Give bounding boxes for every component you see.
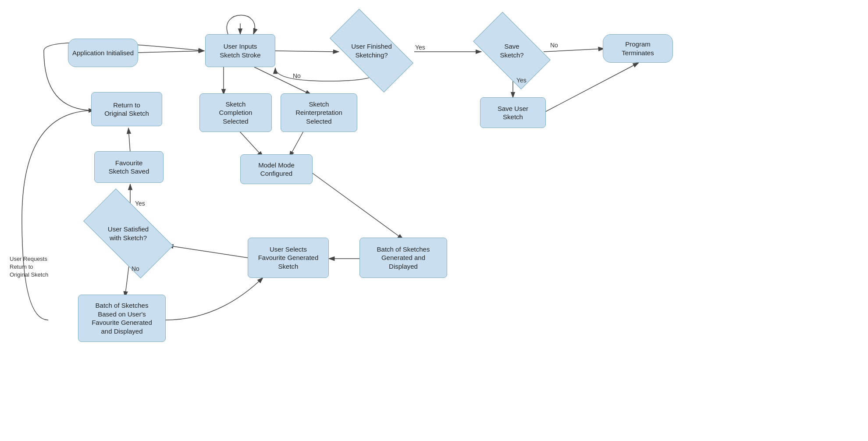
- svg-line-3: [275, 51, 339, 52]
- svg-line-12: [311, 172, 403, 239]
- user-requests-label: User RequestsReturn toOriginal Sketch: [10, 255, 48, 279]
- yes-satisfied-label: Yes: [135, 200, 145, 207]
- user-finished-label: User FinishedSketching?: [349, 40, 394, 61]
- svg-line-5: [544, 49, 604, 52]
- yes-finished-label: Yes: [415, 44, 425, 51]
- save-sketch-label: SaveSketch?: [498, 40, 526, 61]
- svg-line-11: [289, 131, 304, 157]
- app-initialised-node: Application Initialised: [68, 39, 138, 67]
- program-terminates-node: ProgramTerminates: [603, 34, 673, 63]
- model-mode-label: Model ModeConfigured: [258, 161, 295, 178]
- return-original-label: Return toOriginal Sketch: [104, 101, 149, 118]
- sketch-completion-label: SketchCompletionSelected: [219, 100, 253, 126]
- model-mode-node: Model ModeConfigured: [240, 154, 313, 184]
- save-user-sketch-label: Save UserSketch: [498, 104, 528, 121]
- fav-sketch-saved-label: FavouriteSketch Saved: [109, 159, 149, 176]
- svg-line-7: [544, 63, 639, 113]
- sketch-completion-node: SketchCompletionSelected: [199, 93, 272, 132]
- svg-line-14: [167, 245, 253, 259]
- user-selects-fav-label: User SelectsFavourite GeneratedSketch: [258, 245, 319, 271]
- svg-line-16: [128, 128, 130, 153]
- batch-generated-node: Batch of SketchesGenerated andDisplayed: [359, 238, 447, 278]
- return-original-node: Return toOriginal Sketch: [91, 92, 162, 126]
- sketch-reinterp-node: SketchReinterpretationSelected: [281, 93, 357, 132]
- save-sketch-node: SaveSketch?: [478, 30, 546, 71]
- svg-line-10: [239, 131, 263, 157]
- save-user-sketch-node: Save UserSketch: [480, 97, 546, 128]
- no-satisfied-label: No: [132, 265, 139, 272]
- user-finished-node: User FinishedSketching?: [333, 30, 410, 71]
- batch-based-label: Batch of SketchesBased on User'sFavourit…: [92, 301, 152, 335]
- yes-save-label: Yes: [516, 77, 526, 84]
- batch-generated-label: Batch of SketchesGenerated andDisplayed: [377, 245, 430, 271]
- flowchart-diagram: Application Initialised User InputsSketc…: [0, 0, 868, 441]
- sketch-reinterp-label: SketchReinterpretationSelected: [295, 100, 342, 126]
- svg-line-9: [254, 67, 311, 95]
- user-inputs-label: User InputsSketch Stroke: [220, 42, 260, 59]
- user-satisfied-label: User Satisfiedwith Sketch?: [106, 223, 151, 244]
- no-save-label: No: [550, 42, 558, 49]
- svg-line-2: [138, 51, 204, 53]
- fav-sketch-saved-node: FavouriteSketch Saved: [94, 151, 164, 183]
- app-initialised-label: Application Initialised: [72, 49, 134, 57]
- user-inputs-node: User InputsSketch Stroke: [205, 34, 275, 67]
- program-terminates-label: ProgramTerminates: [622, 40, 654, 57]
- user-selects-fav-node: User SelectsFavourite GeneratedSketch: [248, 238, 329, 278]
- user-satisfied-node: User Satisfiedwith Sketch?: [88, 210, 169, 256]
- no-loop-label: No: [293, 72, 301, 79]
- batch-based-node: Batch of SketchesBased on User'sFavourit…: [78, 295, 166, 342]
